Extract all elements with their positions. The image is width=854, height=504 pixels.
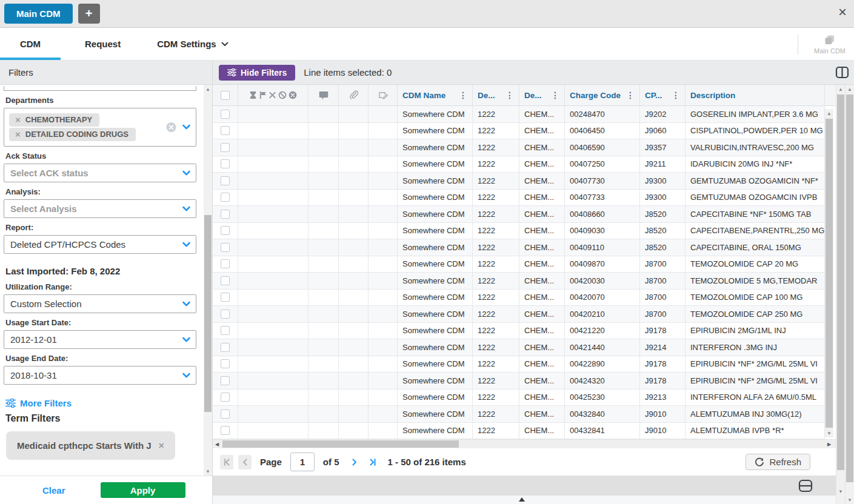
row-comment-cell	[309, 273, 339, 290]
cell-cpt: J9357	[640, 139, 686, 156]
table-scrollbar[interactable]: ▲ ▼	[825, 109, 833, 437]
next-page-button[interactable]	[348, 455, 361, 469]
split-vertical-panel-icon[interactable]	[835, 65, 849, 79]
row-checkbox[interactable]	[221, 276, 230, 285]
apply-button[interactable]: Apply	[101, 482, 185, 498]
scrollbar-thumb[interactable]	[222, 440, 459, 448]
scroll-up-icon[interactable]: ▲	[204, 85, 212, 93]
scroll-down-icon[interactable]: ▼	[825, 429, 833, 437]
remove-chip-icon[interactable]: ×	[15, 115, 21, 124]
usage-start-date-select[interactable]: 2012-12-01	[4, 330, 196, 349]
main-cdm-window-tab[interactable]: Main CDM	[4, 4, 73, 24]
add-tab-button[interactable]: +	[78, 4, 100, 24]
column-header-dept[interactable]: De...⋮	[519, 85, 565, 106]
row-checkbox[interactable]	[221, 210, 230, 219]
report-select[interactable]: Deleted CPT/HCPCS Codes	[4, 235, 196, 254]
row-checkbox[interactable]	[221, 126, 230, 135]
column-header-description[interactable]: Description	[686, 85, 825, 106]
row-select-cell	[213, 323, 238, 340]
analysis-placeholder: Select Analysis	[10, 204, 77, 214]
row-checkbox[interactable]	[221, 293, 230, 302]
scroll-down-icon[interactable]: ▼	[204, 467, 212, 476]
split-horizontal-panel-icon[interactable]	[798, 479, 813, 492]
column-menu-icon[interactable]: ⋮	[626, 90, 635, 100]
row-checkbox[interactable]	[221, 359, 230, 368]
row-checkbox[interactable]	[221, 343, 230, 352]
scrollbar-thumb[interactable]	[204, 215, 212, 412]
row-checkbox[interactable]	[221, 409, 230, 419]
row-checkbox[interactable]	[221, 393, 230, 402]
more-filters-link[interactable]: More Filters	[5, 398, 196, 408]
cell-description: CAPECITABENE,PARENTRL,250 MG	[686, 223, 825, 240]
row-checkbox[interactable]	[221, 259, 230, 268]
scroll-down-icon[interactable]: ▼	[836, 487, 845, 496]
cell-description: EPIRUBICIN 2MG/1ML INJ	[686, 323, 825, 340]
main-cdm-toolbar-button[interactable]: Main CDM	[814, 34, 846, 55]
cell-cdm-name: Somewhere CDM	[398, 339, 473, 356]
clear-all-icon[interactable]	[166, 122, 176, 133]
sidebar-scrollbar[interactable]: ▲ ▼	[204, 85, 212, 476]
row-comment-cell	[309, 373, 339, 390]
scroll-up-icon[interactable]: ▲	[836, 85, 845, 93]
column-menu-icon[interactable]: ⋮	[551, 90, 559, 100]
column-header-cpt[interactable]: CP...⋮	[640, 85, 686, 106]
column-menu-icon[interactable]: ⋮	[672, 90, 680, 100]
row-checkbox[interactable]	[221, 326, 230, 335]
tab-cdm-settings-label: CDM Settings	[157, 39, 216, 49]
cell-charge-code: 00409030	[565, 223, 640, 240]
column-menu-icon[interactable]: ⋮	[505, 90, 514, 100]
scroll-right-icon[interactable]: ▶	[825, 440, 833, 448]
cell-cpt: J9202	[640, 106, 686, 123]
tab-cdm[interactable]: CDM	[0, 28, 61, 60]
scroll-up-icon[interactable]: ▲	[825, 109, 833, 118]
cell-dept-id: 1222	[473, 356, 519, 373]
departments-multiselect[interactable]: ×CHEMOTHERAPY ×DETAILED CODING DRUGS	[4, 108, 196, 147]
remove-chip-icon[interactable]: ×	[159, 441, 164, 451]
last-page-button[interactable]	[366, 455, 379, 469]
analysis-select[interactable]: Select Analysis	[4, 199, 196, 218]
horizontal-scrollbar[interactable]: ◀ ▶	[213, 439, 836, 448]
tab-request[interactable]: Request	[73, 28, 133, 60]
page-scrollbar[interactable]: ▲ ▼	[845, 85, 854, 504]
column-header-cdm-name[interactable]: CDM Name⋮	[398, 85, 473, 106]
page-number-input[interactable]	[290, 453, 315, 471]
row-checkbox[interactable]	[221, 176, 230, 185]
scrollbar-thumb[interactable]	[826, 119, 833, 428]
row-checkbox[interactable]	[221, 143, 230, 152]
row-checkbox[interactable]	[221, 193, 230, 202]
column-header-charge-code[interactable]: Charge Code⋮	[565, 85, 640, 106]
row-checkbox[interactable]	[221, 310, 230, 319]
row-checkbox[interactable]	[221, 426, 230, 435]
row-checkbox[interactable]	[221, 243, 230, 252]
row-checkbox[interactable]	[221, 159, 230, 168]
utilization-range-select[interactable]: Custom Selection	[4, 294, 196, 313]
content-scrollbar[interactable]: ▲ ▼	[836, 85, 845, 504]
cell-charge-code: 00409110	[565, 239, 640, 256]
scroll-down-icon[interactable]: ▼	[846, 496, 854, 504]
cell-description: GEMTUZUMAB OZOGAMCIN IVPB	[686, 190, 825, 207]
close-icon[interactable]: ×	[838, 5, 847, 19]
column-header-dept-id[interactable]: De...⋮	[473, 85, 519, 106]
clear-button[interactable]: Clear	[42, 485, 65, 496]
scrollbar-thumb[interactable]	[837, 94, 844, 470]
row-checkbox[interactable]	[221, 110, 230, 119]
usage-end-date-select[interactable]: 2018-10-31	[4, 366, 196, 385]
tab-cdm-settings[interactable]: CDM Settings	[145, 28, 241, 60]
ack-status-select[interactable]: Select ACK status	[4, 164, 196, 182]
scroll-up-icon[interactable]: ▲	[846, 85, 854, 93]
hide-filters-button[interactable]: Hide Filters	[219, 65, 295, 81]
scrollbar-thumb[interactable]	[846, 94, 853, 482]
chevron-down-icon[interactable]	[182, 125, 190, 130]
remove-chip-icon[interactable]: ×	[15, 130, 21, 139]
refresh-button[interactable]: Refresh	[746, 454, 810, 470]
first-page-button[interactable]	[220, 455, 233, 469]
previous-page-button[interactable]	[238, 455, 252, 469]
scroll-left-icon[interactable]: ◀	[213, 440, 221, 448]
table-row: Somewhere CDM1222CHEM...00420070J8700TEM…	[213, 290, 836, 307]
cell-cpt: J9213	[640, 390, 686, 406]
column-menu-icon[interactable]: ⋮	[459, 90, 467, 100]
row-checkbox[interactable]	[221, 376, 230, 385]
row-checkbox[interactable]	[221, 226, 230, 235]
select-all-checkbox[interactable]	[221, 91, 230, 100]
row-comment-cell	[309, 190, 339, 207]
